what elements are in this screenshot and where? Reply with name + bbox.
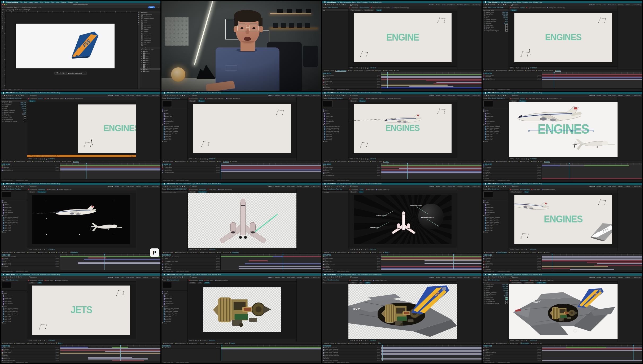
menu-layer[interactable]: Layer — [31, 274, 35, 275]
composition-viewer[interactable]: ENGINES — [509, 11, 618, 66]
menu-after-effects[interactable]: After Effects — [167, 183, 176, 185]
folder-item[interactable]: Solids — [322, 141, 348, 142]
menu-animation[interactable]: Animation — [201, 92, 207, 94]
tab-effect-controls[interactable]: Effect Controls Line Overlay — [6, 98, 21, 99]
menu-edit[interactable]: Edit — [179, 274, 182, 275]
workspace-review[interactable]: Review — [597, 277, 601, 278]
blend-mode[interactable]: Normal — [377, 259, 380, 261]
beam-property[interactable]: Ö Ending Point1443,988 — [1, 104, 27, 106]
menu-composition[interactable]: Composition — [504, 1, 512, 3]
blend-mode[interactable]: Normal — [377, 173, 380, 174]
workspace-learn[interactable]: Learn — [282, 277, 285, 278]
blend-mode[interactable]: Normal — [537, 264, 541, 265]
beam-property[interactable]: Ö Starting Thickness4.00 — [483, 291, 509, 293]
toggle-switches-label[interactable]: Toggle Switches / Modes — [337, 89, 349, 90]
color-swatch[interactable] — [505, 301, 508, 302]
stamp-icon[interactable]: ✦ — [505, 276, 506, 278]
comp-mini-tab[interactable]: Plane Animation — [496, 70, 507, 71]
menu-help[interactable]: Help — [539, 274, 542, 275]
comp-mini-tab[interactable]: Render Queue — [163, 161, 173, 162]
menu-view[interactable]: View — [47, 92, 50, 94]
comp-mini-tab[interactable]: Lines section — [514, 70, 524, 71]
beam-property[interactable]: Ö Starting Point1248,908 — [483, 11, 509, 13]
current-time[interactable]: 0:00:00:00 — [209, 158, 216, 160]
layer-bar[interactable] — [560, 165, 584, 166]
toggle-switches-label[interactable]: Toggle Switches / Modes — [497, 180, 510, 181]
brush-icon[interactable]: ✚ — [21, 95, 23, 97]
menu-effect[interactable]: Effect — [517, 1, 521, 3]
ps-tool-5-icon[interactable]: ✎ — [2, 22, 3, 24]
beam-property[interactable]: Ö Ending Thickness4.00 — [1, 111, 27, 113]
type-icon[interactable]: T — [500, 186, 501, 187]
panel-4-icon[interactable]: ▨ — [138, 20, 139, 21]
comp-mini-tab[interactable]: Engine Comp — [519, 252, 529, 253]
workspace-standard[interactable]: Standard — [457, 186, 462, 187]
menu-view[interactable]: View — [529, 92, 532, 94]
snapping-toggle[interactable]: Snapping — [511, 277, 519, 278]
blend-mode[interactable]: Normal — [55, 259, 59, 261]
beam-property[interactable]: Ö Starting Thickness4.00 — [483, 19, 509, 20]
apple-icon[interactable] — [164, 183, 165, 185]
layer-bar[interactable] — [84, 259, 160, 260]
toggle-switches-label[interactable]: Toggle Switches / Modes — [497, 271, 510, 272]
zoom-icon[interactable]: ⌕ — [490, 276, 491, 278]
tab-effect-controls[interactable]: Effect Controls Plane 3.png — [328, 98, 343, 99]
pen-icon[interactable]: ✎ — [337, 4, 338, 6]
blend-mode[interactable]: Normal — [377, 350, 380, 352]
tab-composition[interactable]: Composition Plane Animation — [510, 188, 530, 190]
visibility-icon[interactable]: ◉ — [141, 68, 142, 70]
workspace-review[interactable]: Review — [115, 186, 119, 187]
comp-mini-tab[interactable]: Comp 1 — [56, 342, 62, 344]
plane-front-image[interactable] — [218, 193, 268, 248]
comp-mini-tab[interactable]: Texture — [54, 161, 60, 162]
comp-mini-tab[interactable]: Texture — [209, 161, 215, 162]
workspace-standard[interactable]: Standard — [136, 95, 141, 96]
workspace-review[interactable]: Review — [275, 277, 279, 278]
rotate-icon[interactable]: ↺ — [170, 95, 172, 97]
magnification-select[interactable]: Full — [356, 340, 358, 341]
menu-help[interactable]: Help — [57, 92, 60, 94]
view-options-icons[interactable]: ▣ ◫ ▦ ⬓ — [361, 67, 369, 69]
ps-tool-2-icon[interactable]: ◯ — [2, 16, 3, 17]
timeline-graph[interactable] — [221, 254, 321, 270]
menu-effect[interactable]: Effect — [517, 92, 521, 94]
rect-mask-icon[interactable]: ▢ — [14, 186, 15, 187]
blend-mode[interactable]: Normal — [537, 168, 541, 170]
workspace-libraries[interactable]: Libraries — [143, 186, 148, 187]
hand-icon[interactable]: ✛ — [6, 186, 7, 187]
menu-effect[interactable]: Effect — [357, 274, 360, 275]
brush-icon[interactable]: ✚ — [21, 276, 23, 278]
workspace-libraries[interactable]: Libraries — [625, 277, 630, 278]
type-icon[interactable]: T — [178, 186, 180, 187]
comp-mini-tab[interactable]: Comp 1 — [62, 252, 68, 253]
blend-mode[interactable]: Normal — [537, 256, 541, 257]
layer-bar[interactable] — [381, 166, 482, 168]
workspace-learn[interactable]: Learn — [603, 277, 606, 278]
layer-bar[interactable] — [88, 358, 148, 359]
layer-bar[interactable] — [221, 347, 321, 348]
menu-type[interactable]: Type — [40, 1, 43, 3]
menu-edit[interactable]: Edit — [19, 274, 21, 275]
stamp-icon[interactable]: ✦ — [505, 4, 506, 6]
workspace-standard[interactable]: Standard — [618, 4, 623, 6]
layer-bar[interactable] — [221, 166, 321, 168]
blend-mode[interactable]: Normal — [55, 356, 59, 358]
project-search[interactable]: ⌕ — [483, 198, 509, 200]
workspace-small-screen[interactable]: Small Screen — [447, 186, 455, 187]
remove-background-button[interactable]: ▦ Remove background — [68, 72, 82, 74]
tab-effect-controls[interactable]: Effect Controls Intro — [488, 188, 499, 190]
type-icon[interactable]: T — [18, 95, 19, 97]
breadcrumb-item[interactable]: Comp 1 — [350, 282, 357, 284]
layer-bar[interactable] — [381, 87, 482, 88]
blend-mode[interactable]: Normal — [55, 347, 59, 348]
layer-bar[interactable] — [221, 169, 321, 170]
adjustment-item[interactable]: Black & White — [140, 26, 160, 28]
project-search[interactable]: ⌕ — [322, 107, 348, 109]
layer-bar[interactable] — [381, 353, 482, 354]
playhead[interactable] — [633, 345, 633, 361]
beam-property[interactable]: Ö Time100.0% — [483, 289, 509, 291]
apple-icon[interactable] — [485, 274, 486, 275]
menu-file[interactable]: File — [337, 183, 339, 185]
breadcrumb-item[interactable]: Intro — [37, 282, 42, 284]
comp-mini-tab[interactable]: Texture — [531, 161, 537, 162]
